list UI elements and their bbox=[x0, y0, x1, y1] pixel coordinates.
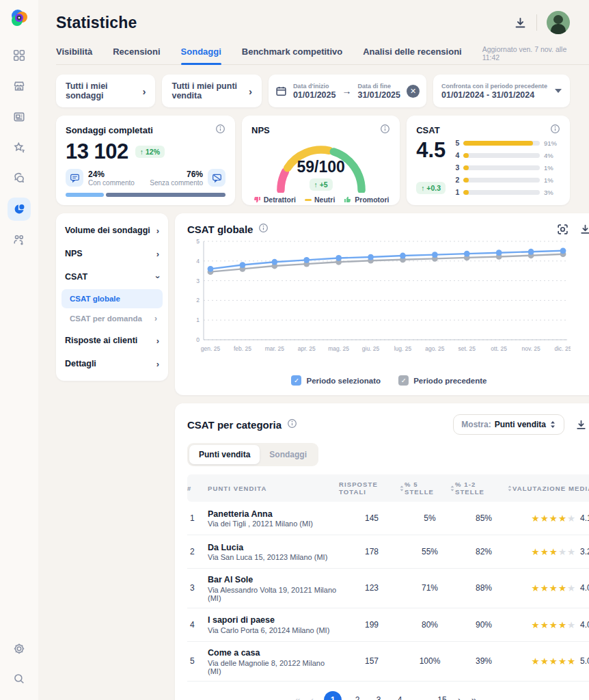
data-point[interactable] bbox=[432, 252, 438, 258]
y-axis-tick: 3 bbox=[196, 278, 200, 284]
page-prev-icon[interactable]: ‹ bbox=[310, 695, 314, 700]
data-point[interactable] bbox=[560, 247, 566, 254]
csat-bar-track bbox=[463, 190, 540, 195]
data-point[interactable] bbox=[368, 254, 374, 260]
data-point[interactable] bbox=[335, 255, 342, 261]
download-report-icon[interactable] bbox=[514, 16, 527, 29]
store-name: Bar Al Sole bbox=[208, 574, 339, 586]
row-number: 4 bbox=[187, 620, 208, 630]
info-icon[interactable] bbox=[287, 418, 297, 431]
menu-item-dettagli[interactable]: Dettagli› bbox=[56, 352, 168, 375]
download-chart-icon[interactable] bbox=[579, 224, 589, 235]
data-point[interactable] bbox=[400, 253, 406, 259]
snapshot-icon[interactable] bbox=[557, 224, 569, 235]
page-4[interactable]: 4 bbox=[394, 695, 405, 700]
without-comment-label: Senza commento bbox=[150, 179, 203, 187]
data-point[interactable] bbox=[528, 249, 534, 255]
y-axis-tick: 1 bbox=[196, 317, 200, 323]
kpi-card-nps: NPS 59/100 ↑ +5 Detrattori Neutri Promot… bbox=[242, 116, 400, 205]
tab-sondaggi[interactable]: Sondaggi bbox=[181, 42, 221, 64]
date-end-label: Data di fine bbox=[357, 83, 400, 90]
search-icon[interactable] bbox=[8, 667, 31, 690]
responses-total: 178 bbox=[339, 547, 405, 556]
table-row[interactable]: 1Panetteria AnnaVia dei Tigli , 20121 Mi… bbox=[187, 502, 589, 535]
row-number: 5 bbox=[187, 656, 208, 666]
menu-item-volume-dei-sondaggi[interactable]: Volume dei sondaggi› bbox=[56, 219, 168, 242]
data-point[interactable] bbox=[303, 257, 310, 263]
legend-toggle-periodo-selezionato[interactable]: ✓Periodo selezionato bbox=[291, 375, 381, 386]
table-row[interactable]: 4I sapori di paeseVia Carlo Porta 6, 201… bbox=[187, 608, 589, 642]
csat-bar-row: 13% bbox=[454, 188, 560, 196]
legend-toggle-periodo-precedente[interactable]: ✓Periodo precedente bbox=[398, 375, 487, 386]
row-number: 2 bbox=[187, 547, 208, 556]
menu-item-nps[interactable]: NPS› bbox=[56, 242, 168, 265]
page-15[interactable]: 15 bbox=[437, 695, 448, 700]
show-selector[interactable]: Mostra: Punti vendita bbox=[453, 414, 564, 435]
data-point[interactable] bbox=[271, 259, 277, 265]
table-row[interactable]: 3Bar Al SoleVia Alessandro Volta 19, 201… bbox=[187, 569, 589, 608]
nav-store-icon[interactable] bbox=[8, 75, 31, 98]
toggle-sondaggi[interactable]: Sondaggi bbox=[260, 445, 316, 464]
menu-subitem-csat-globale[interactable]: CSAT globale bbox=[61, 289, 163, 308]
tab-recensioni[interactable]: Recensioni bbox=[113, 42, 160, 64]
info-icon[interactable] bbox=[215, 124, 225, 137]
info-icon[interactable] bbox=[258, 223, 269, 236]
column-header-risposte-totali[interactable]: RISPOSTE TOTALI bbox=[339, 481, 405, 496]
nav-reviews-star-icon[interactable] bbox=[8, 136, 31, 159]
table-row[interactable]: 5Come a casaVia delle Magnolie 8, 20122 … bbox=[187, 642, 589, 682]
compare-period-select[interactable]: Confronta con il periodo precedente 01/0… bbox=[433, 75, 570, 107]
data-point[interactable] bbox=[208, 266, 214, 272]
page-2[interactable]: 2 bbox=[352, 695, 363, 700]
tabs-bar: VisibilitàRecensioniSondaggiBenchmark co… bbox=[56, 42, 589, 65]
info-icon[interactable] bbox=[380, 124, 390, 137]
nps-legend-label: Promotori bbox=[355, 196, 389, 204]
x-axis-label: dic. 25 bbox=[554, 345, 571, 352]
rating-cell: ★★★★★4.19 bbox=[512, 513, 589, 524]
y-axis-tick: 0 bbox=[196, 336, 200, 343]
page-next-icon[interactable]: › bbox=[458, 695, 461, 700]
date-end-value[interactable]: 31/01/2025 bbox=[357, 90, 400, 100]
page-1[interactable]: 1 bbox=[324, 691, 342, 700]
info-icon[interactable] bbox=[550, 124, 560, 137]
column-header--5-stelle[interactable]: % 5 STELLE bbox=[405, 481, 455, 496]
toggle-punti-vendita[interactable]: Punti vendita bbox=[189, 445, 260, 464]
menu-subitem-label: CSAT per domanda bbox=[70, 314, 142, 323]
user-avatar[interactable] bbox=[547, 11, 570, 34]
tab-visibilit-[interactable]: Visibilità bbox=[56, 42, 92, 64]
menu-item-risposte-ai-clienti[interactable]: Risposte ai clienti› bbox=[56, 329, 168, 352]
column-header--1-2-stelle[interactable]: % 1-2 STELLE bbox=[455, 481, 512, 496]
page-3[interactable]: 3 bbox=[373, 695, 384, 700]
nav-dashboard-grid-icon[interactable] bbox=[8, 44, 31, 67]
nav-messages-icon[interactable] bbox=[8, 167, 31, 190]
data-point[interactable] bbox=[464, 251, 470, 257]
column-header-valutazione-media[interactable]: VALUTAZIONE MEDIA bbox=[512, 485, 589, 492]
survey-filter-select[interactable]: Tutti i miei sondaggi › bbox=[56, 75, 155, 107]
tab-benchmark-competitivo[interactable]: Benchmark competitivo bbox=[242, 42, 342, 64]
date-range-picker[interactable]: Data d'inizio 01/01/2025 → Data di fine … bbox=[269, 75, 426, 107]
csat-bar-pct: 1% bbox=[544, 176, 560, 184]
nps-legend-label: Detrattori bbox=[264, 196, 296, 204]
data-point[interactable] bbox=[240, 262, 246, 268]
menu-subitem-csat-per-domanda[interactable]: CSAT per domanda› bbox=[61, 309, 163, 328]
app-logo[interactable] bbox=[8, 7, 30, 29]
date-start-value[interactable]: 01/01/2025 bbox=[293, 90, 336, 100]
arrow-right-icon: → bbox=[342, 85, 351, 96]
data-point[interactable] bbox=[496, 250, 502, 256]
store-filter-select[interactable]: Tutti i miei punti vendita › bbox=[162, 75, 261, 107]
x-axis-label: feb. 25 bbox=[234, 345, 251, 352]
store-cell: Da LuciaVia San Luca 15, 20123 Milano (M… bbox=[208, 542, 339, 562]
menu-item-csat[interactable]: CSAT› bbox=[56, 265, 168, 288]
download-table-icon[interactable] bbox=[575, 419, 587, 431]
csat-bar-fill bbox=[463, 178, 469, 183]
nav-posts-icon[interactable] bbox=[8, 105, 31, 129]
nav-statistics-icon[interactable] bbox=[8, 198, 31, 221]
header-divider bbox=[536, 14, 537, 31]
clear-dates-icon[interactable]: ✕ bbox=[407, 85, 420, 98]
tab-analisi-delle-recensioni[interactable]: Analisi delle recensioni bbox=[363, 42, 462, 64]
nav-add-users-icon[interactable] bbox=[8, 228, 31, 252]
page-last-icon[interactable]: » bbox=[471, 695, 477, 700]
table-row[interactable]: 2Da LuciaVia San Luca 15, 20123 Milano (… bbox=[187, 535, 589, 569]
settings-gear-icon[interactable] bbox=[8, 637, 31, 660]
kpi-card-csat: CSAT 4.5 ↑ +0.3 591%44%31%21%13% bbox=[407, 116, 570, 205]
page-first-icon[interactable]: « bbox=[295, 695, 301, 700]
